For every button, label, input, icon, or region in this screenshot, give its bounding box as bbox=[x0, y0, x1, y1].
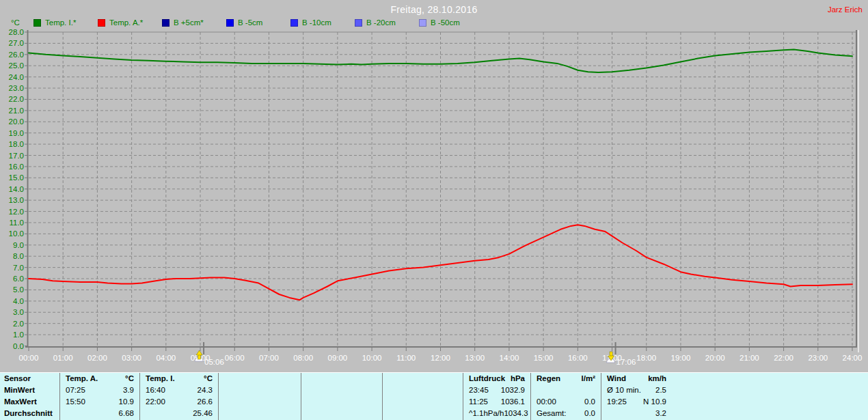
x-tick-label: 04:00 bbox=[156, 354, 176, 362]
x-tick-label: 23:00 bbox=[808, 354, 828, 362]
cell-value: 25.46 bbox=[193, 408, 213, 419]
y-tick-label: 15.0 bbox=[9, 173, 24, 182]
table-cell: 3.2 bbox=[601, 408, 672, 419]
cell-value: 24.3 bbox=[198, 384, 213, 396]
cell-time: Ø 10 min. bbox=[607, 384, 641, 396]
x-tick-label: 03:00 bbox=[122, 354, 141, 362]
x-tick-label: 07:00 bbox=[259, 354, 279, 362]
table-cell bbox=[301, 408, 382, 419]
table-rowlabel-column: SensorMinWertMaxWertDurchschnitt bbox=[0, 373, 60, 420]
y-tick-label: 21.0 bbox=[9, 107, 24, 115]
y-tick-label: 12.0 bbox=[9, 208, 24, 216]
y-tick-label: 10.0 bbox=[9, 229, 24, 238]
table-cell: Gesamt:0.0 bbox=[531, 408, 601, 419]
table-cell: ^1.1hPa/h1034.3 bbox=[463, 408, 530, 419]
y-tick-label: 14.0 bbox=[9, 185, 24, 193]
y-tick-label: 20.0 bbox=[9, 117, 24, 126]
y-tick-label: 28.0 bbox=[9, 28, 24, 36]
y-tick-label: 22.0 bbox=[9, 95, 24, 103]
cell-value: 1034.3 bbox=[504, 408, 528, 419]
sensor-name: Temp. A. bbox=[66, 373, 98, 384]
x-tick-label: 08:00 bbox=[293, 354, 313, 362]
y-tick-label: 27.0 bbox=[9, 39, 24, 47]
cell-value: 3.9 bbox=[123, 384, 134, 396]
y-tick-label: 4.0 bbox=[13, 297, 24, 305]
sensor-name: Regen bbox=[537, 373, 560, 384]
x-tick-label: 09:00 bbox=[327, 354, 347, 362]
table-sensor-column-temp-a-: Temp. A.°C07:253.915:5010.96.68 bbox=[60, 373, 140, 420]
cell-time: 19:25 bbox=[607, 396, 627, 408]
y-tick-label: 18.0 bbox=[9, 140, 24, 148]
y-tick-label: 6.0 bbox=[13, 275, 24, 283]
y-tick-label: 9.0 bbox=[13, 241, 24, 249]
table-cell bbox=[301, 384, 382, 396]
table-cell bbox=[219, 408, 301, 419]
sunrise-time-label: 05:06 bbox=[204, 358, 224, 366]
table-row-label: MaxWert bbox=[0, 396, 59, 408]
cell-value: N 10.9 bbox=[643, 396, 666, 408]
x-tick-label: 22:00 bbox=[774, 354, 794, 362]
sensor-name: Wind bbox=[607, 373, 626, 384]
table-cell bbox=[301, 396, 382, 408]
y-tick-label: 16.0 bbox=[9, 163, 24, 171]
x-tick-label: 10:00 bbox=[362, 354, 382, 362]
x-tick-label: 21:00 bbox=[740, 354, 759, 362]
cell-time: ^1.1hPa/h bbox=[469, 408, 504, 419]
table-sensor-column-empty bbox=[301, 373, 383, 420]
x-tick-label: 16:00 bbox=[568, 354, 588, 362]
chart-plot-area[interactable]: 0.01.02.03.04.05.06.07.08.09.010.011.012… bbox=[0, 0, 868, 372]
weather-app-window: { "window": { "title": "Freitag, 28.10.2… bbox=[0, 0, 868, 420]
table-cell bbox=[219, 384, 301, 396]
cell-time: 00:00 bbox=[537, 396, 556, 408]
table-column-header: Regenl/m² bbox=[531, 373, 601, 384]
sensor-name: Luftdruck bbox=[469, 373, 505, 384]
table-row-label: MinWert bbox=[0, 384, 59, 396]
table-column-header: LuftdruckhPa bbox=[463, 373, 530, 384]
y-tick-label: 19.0 bbox=[9, 129, 24, 137]
table-cell: 11:251036.1 bbox=[463, 396, 530, 408]
table-column-header: Temp. I.°C bbox=[140, 373, 218, 384]
y-tick-label: 2.0 bbox=[13, 320, 24, 328]
table-row-label: Sensor bbox=[0, 373, 59, 384]
y-tick-label: 24.0 bbox=[9, 73, 24, 81]
y-tick-label: 26.0 bbox=[9, 51, 24, 59]
cell-time: 23:45 bbox=[469, 384, 489, 396]
y-tick-label: 5.0 bbox=[13, 285, 24, 294]
table-cell: 25.46 bbox=[140, 408, 218, 419]
x-tick-label: 13:00 bbox=[465, 354, 485, 362]
x-tick-label: 12:00 bbox=[431, 354, 450, 362]
table-cell: 23:451032.9 bbox=[463, 384, 530, 396]
table-sensor-column-regen: Regenl/m²00:000.0Gesamt:0.0 bbox=[531, 373, 601, 420]
x-tick-label: 00:00 bbox=[19, 354, 39, 362]
table-cell: Ø 10 min.2.5 bbox=[601, 384, 672, 396]
table-column-header: Temp. A.°C bbox=[60, 373, 139, 384]
table-cell bbox=[383, 384, 463, 396]
table-sensor-column-empty bbox=[219, 373, 301, 420]
y-tick-label: 23.0 bbox=[9, 84, 24, 92]
sensor-unit: l/m² bbox=[582, 373, 595, 384]
stats-table: SensorMinWertMaxWertDurchschnittTemp. A.… bbox=[0, 372, 868, 420]
sensor-name: Temp. I. bbox=[146, 373, 175, 384]
cell-time: 22:00 bbox=[146, 396, 165, 408]
table-sensor-column-empty bbox=[383, 373, 463, 420]
x-tick-label: 01:00 bbox=[53, 354, 73, 362]
cell-time: Gesamt: bbox=[537, 408, 566, 419]
table-cell: 22:0026.6 bbox=[140, 396, 218, 408]
y-tick-label: 25.0 bbox=[9, 61, 24, 70]
table-column-header bbox=[219, 373, 301, 384]
cell-value: 3.2 bbox=[655, 408, 666, 419]
y-tick-label: 11.0 bbox=[9, 219, 24, 227]
chart-right-border bbox=[858, 30, 859, 352]
cell-time: 07:25 bbox=[66, 384, 85, 396]
y-tick-label: 7.0 bbox=[13, 264, 24, 272]
x-tick-label: 24:00 bbox=[843, 354, 863, 362]
y-tick-label: 1.0 bbox=[13, 331, 24, 339]
table-column-header bbox=[383, 373, 463, 384]
cell-time: 15:50 bbox=[66, 396, 85, 408]
cell-value: 10.9 bbox=[119, 396, 134, 408]
table-sensor-column-luftdruck: LuftdruckhPa23:451032.911:251036.1^1.1hP… bbox=[463, 373, 531, 420]
table-cell bbox=[219, 396, 301, 408]
x-tick-label: 15:00 bbox=[534, 354, 554, 362]
sensor-unit: hPa bbox=[511, 373, 525, 384]
table-cell bbox=[383, 408, 463, 419]
